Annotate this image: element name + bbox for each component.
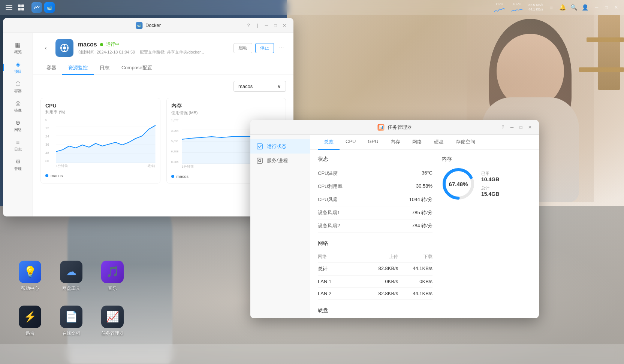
device-fan2-label: 设备风扇2 — [318, 222, 340, 229]
taskbar-grid-icon[interactable] — [16, 3, 25, 12]
project-logo — [55, 39, 73, 57]
tm-title: 📊 任务管理器 — [378, 124, 412, 131]
device-fan1-row: 设备风扇1 785 转/分 — [318, 206, 432, 219]
desktop-icon-docs[interactable]: 📄 在线文档 — [52, 300, 90, 342]
desktop-icon-help[interactable]: 💡 帮助中心 — [11, 255, 49, 297]
memory-legend-label: macos — [177, 174, 189, 179]
tm-tab-memory[interactable]: 内存 — [385, 135, 406, 150]
sidebar-item-network[interactable]: ⊕ 网络 — [6, 117, 30, 135]
tm-tab-cpu[interactable]: CPU — [340, 135, 362, 150]
docker-tabs: 容器 资源监控 日志 Compose配置 — [40, 61, 286, 75]
taskbar-network-stats: CPU RAM 82.5 KB/s 44.1 KB/s — [494, 2, 543, 13]
sidebar-item-project[interactable]: ◈ 项目 — [6, 58, 30, 76]
select-box[interactable]: macos ∨ — [233, 81, 286, 92]
used-label: 已用 — [481, 171, 499, 176]
thunder-icon-label: 迅雷 — [25, 330, 34, 337]
taskbar-search-icon[interactable]: 🔍 — [570, 4, 578, 11]
cpu-fan-label: CPU风扇 — [318, 196, 338, 203]
desktop-icon-music[interactable]: 🎵 音乐 — [94, 255, 131, 297]
svg-rect-6 — [21, 8, 24, 10]
tm-close-btn[interactable]: ✕ — [527, 124, 533, 130]
docs-icon-label: 在线文档 — [62, 330, 80, 337]
tab-resource-monitor[interactable]: 资源监控 — [62, 61, 94, 75]
net-lan2-download: 44.1KB/s — [398, 291, 432, 296]
cpu-chart-subtitle: 利用率 (%) — [45, 109, 156, 115]
svg-rect-27 — [257, 158, 262, 163]
status-indicator — [100, 43, 103, 46]
taskbar-left: 🐋 — [4, 2, 55, 13]
device-fan2-row: 设备风扇2 784 转/分 — [318, 219, 432, 233]
taskbar-notify-icon[interactable]: 🔔 — [559, 4, 566, 11]
maximize-btn[interactable]: □ — [603, 4, 610, 11]
docker-help-btn[interactable]: ? — [245, 22, 251, 28]
project-meta: 创建时间: 2024-12-18 01:04:59 配置文件路径: 共享文件夹/… — [78, 49, 229, 55]
docker-maximize-btn[interactable]: □ — [272, 22, 278, 28]
svg-rect-2 — [6, 9, 12, 10]
tm-tab-gpu[interactable]: GPU — [362, 135, 384, 150]
desktop-icon-clouddrive[interactable]: ☁ 网盘工具 — [52, 255, 90, 297]
net-lan2-upload: 82.8KB/s — [364, 291, 398, 296]
tm-tab-disk[interactable]: 硬盘 — [428, 135, 450, 150]
taskbar-app-monitor[interactable] — [31, 2, 42, 13]
taskbar-app-docker[interactable]: 🐋 — [44, 2, 55, 13]
tm-help-btn[interactable]: ? — [500, 124, 506, 130]
desktop-icon-taskmanager[interactable]: 📈 任务管理器 — [94, 300, 131, 342]
more-options-button[interactable]: ··· — [277, 43, 286, 52]
taskbar-running-apps: 🐋 — [31, 2, 55, 13]
container-selector: macos ∨ — [40, 81, 286, 92]
project-actions: 启动 停止 ··· — [233, 43, 286, 53]
cpu-usage-value: 30.58% — [416, 183, 432, 190]
net-lan1-name: LAN 1 — [318, 279, 364, 284]
svg-rect-0 — [6, 5, 12, 6]
docker-close-btn[interactable]: ✕ — [281, 22, 287, 28]
cpu-legend: macos — [45, 173, 156, 178]
docker-minimize-btn[interactable]: ─ — [263, 22, 269, 28]
chevron-down-icon: ∨ — [277, 84, 281, 89]
close-btn[interactable]: ✕ — [613, 4, 620, 11]
charts-row: CPU 利用率 (%) 60 48 36 24 12 0 — [40, 98, 286, 183]
stop-button[interactable]: 停止 — [255, 43, 274, 53]
top-taskbar: 🐋 CPU RAM 82.5 KB/s — [0, 0, 624, 15]
tm-sections: 状态 CPU温度 36°C CPU利用率 30.58% CPU风扇 1044 转… — [318, 156, 531, 318]
container-label: 容器 — [14, 88, 22, 94]
cpu-temp-value: 36°C — [422, 170, 432, 177]
cpu-chart-title: CPU — [45, 103, 156, 109]
back-button[interactable]: ‹ — [40, 43, 51, 53]
help-icon-label: 帮助中心 — [21, 285, 39, 292]
memory-used-row: 已用 10.4GB — [481, 171, 499, 182]
desktop-icons: 💡 帮助中心 ☁ 网盘工具 🎵 音乐 ⚡ 迅雷 📄 在线文档 📈 任务管理器 — [11, 255, 131, 342]
net-header-upload: 上传 — [364, 254, 398, 260]
sidebar-item-overview[interactable]: ▦ 概览 — [6, 39, 30, 57]
desktop-icon-thunder[interactable]: ⚡ 迅雷 — [11, 300, 49, 342]
svg-rect-4 — [21, 4, 24, 7]
tm-tab-network[interactable]: 网络 — [406, 135, 428, 150]
tm-tab-storage[interactable]: 存储空间 — [450, 135, 481, 150]
tm-minimize-btn[interactable]: ─ — [509, 124, 515, 130]
sidebar-item-manage[interactable]: ⚙ 管理 — [6, 156, 30, 174]
taskbar-user-icon[interactable]: 👤 — [581, 4, 589, 11]
tm-sidebar-processes[interactable]: 服务/进程 — [250, 154, 310, 168]
taskbar-menu-icon[interactable] — [4, 3, 13, 12]
legend-dot — [45, 174, 48, 177]
taskbar-menu-btn[interactable]: ≡ — [548, 4, 555, 11]
net-lan2-name: LAN 2 — [318, 291, 364, 296]
network-icon: ⊕ — [15, 119, 20, 126]
minimize-btn[interactable]: ─ — [593, 4, 600, 11]
start-button[interactable]: 启动 — [233, 43, 252, 53]
image-label: 镜像 — [14, 108, 22, 113]
cpu-usage-row: CPU利用率 30.58% — [318, 180, 432, 193]
tab-container[interactable]: 容器 — [40, 61, 62, 75]
tm-tab-overview[interactable]: 总览 — [318, 135, 340, 150]
memory-total-row: 总计 15.4GB — [481, 185, 499, 197]
tab-log[interactable]: 日志 — [94, 61, 115, 75]
sidebar-item-container[interactable]: ⬡ 容器 — [6, 78, 30, 96]
tab-compose[interactable]: Compose配置 — [115, 61, 158, 75]
tm-controls: ? ─ □ ✕ — [500, 124, 533, 130]
tm-maximize-btn[interactable]: □ — [518, 124, 524, 130]
sidebar-item-image[interactable]: ◎ 镜像 — [6, 97, 30, 115]
help-icon-img: 💡 — [19, 261, 41, 283]
sidebar-item-log[interactable]: ≡ 日志 — [6, 136, 30, 154]
ram-label: RAM — [513, 2, 521, 7]
tm-sidebar-running-status[interactable]: 运行状态 — [250, 139, 310, 154]
total-label: 总计 — [481, 185, 499, 191]
